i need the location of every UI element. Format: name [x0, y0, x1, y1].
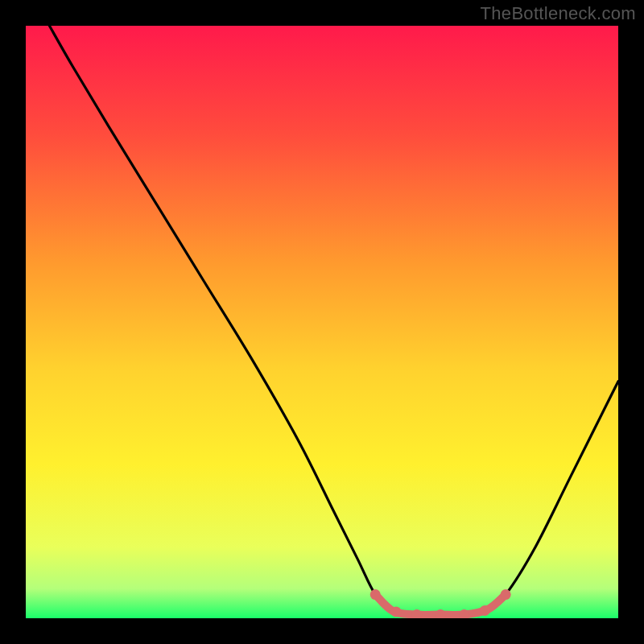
plot-area	[26, 26, 618, 618]
optimal-marker-dot	[391, 606, 402, 617]
chart-container: TheBottleneck.com	[0, 0, 644, 644]
optimal-marker-dot	[480, 605, 490, 616]
chart-svg	[26, 26, 618, 618]
gradient-background	[26, 26, 618, 618]
optimal-marker-dot	[370, 589, 381, 600]
watermark-text: TheBottleneck.com	[481, 3, 636, 24]
optimal-marker-dot	[501, 589, 511, 600]
